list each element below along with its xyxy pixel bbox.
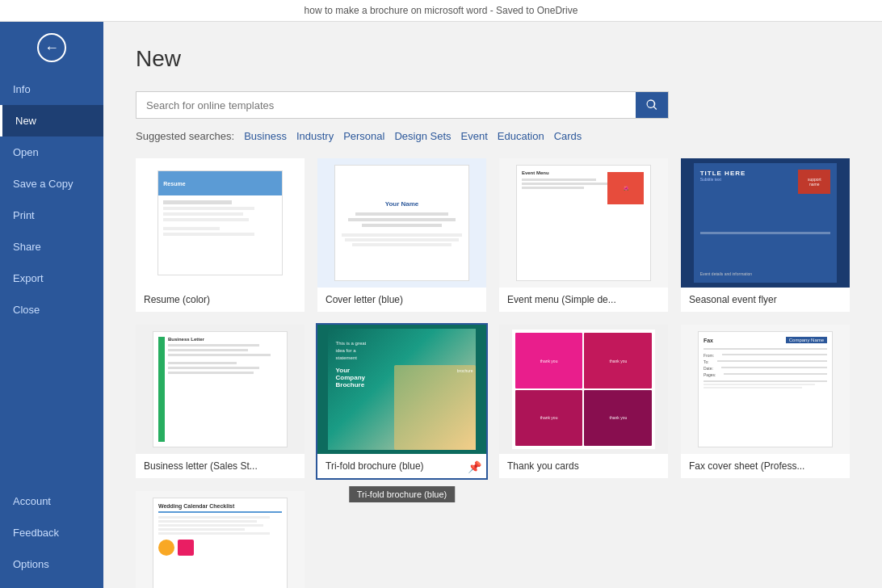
sidebar-item-close[interactable]: Close [0, 294, 103, 326]
tag-education[interactable]: Education [498, 130, 544, 142]
template-thumb-seasonal: TITLE HERE Subtitle text supportname Eve… [681, 158, 850, 288]
title-bar: how to make a brochure on microsoft word… [0, 0, 882, 22]
template-thumb-resume: Resume [136, 158, 304, 288]
sidebar-item-info[interactable]: Info [0, 74, 103, 105]
template-thumb-fax: Fax Company Name From: To: Date: Pages: [681, 325, 850, 454]
template-card-wedding-calendar[interactable]: Wedding Calendar Checklist [136, 491, 304, 588]
sidebar-item-print[interactable]: Print [0, 200, 103, 231]
tag-design-sets[interactable]: Design Sets [394, 130, 451, 142]
tag-business[interactable]: Business [244, 130, 287, 142]
template-thumb-cover: Your Name [317, 158, 486, 288]
template-label-biz-letter: Business letter (Sales St... [136, 454, 304, 478]
sidebar-item-new[interactable]: New [0, 105, 103, 136]
template-card-biz-letter[interactable]: Business Letter Business letter (Sales S… [136, 325, 304, 478]
back-button[interactable]: ← [0, 22, 103, 74]
template-card-trifold[interactable]: This is a greatidea for astatement YourC… [317, 325, 486, 478]
template-card-thankyou[interactable]: thank you thank you thank you thank you … [499, 325, 668, 478]
search-icon [645, 99, 658, 111]
sidebar: ← Info New Open Save a Copy Print Share … [0, 22, 103, 588]
template-label-event-menu: Event menu (Simple de... [499, 288, 668, 312]
template-thumb-thankyou: thank you thank you thank you thank you [499, 325, 668, 454]
page-title: New [136, 46, 850, 72]
template-card-seasonal-flyer[interactable]: TITLE HERE Subtitle text supportname Eve… [681, 158, 850, 312]
template-card-resume-color[interactable]: Resume Resume (colo [136, 158, 304, 312]
template-label-thankyou: Thank you cards [499, 454, 668, 478]
template-card-event-menu[interactable]: 🌺 Event Menu Event menu (Simple de... [499, 158, 668, 312]
suggested-label: Suggested searches: [136, 130, 234, 142]
document-title: how to make a brochure on microsoft word… [304, 5, 578, 16]
suggested-searches-row: Suggested searches: Business Industry Pe… [136, 130, 850, 142]
sidebar-item-share[interactable]: Share [0, 231, 103, 262]
template-card-fax-cover[interactable]: Fax Company Name From: To: Date: Pages: [681, 325, 850, 478]
template-label-cover-letter: Cover letter (blue) [317, 288, 486, 312]
content-area: New Suggested searches: Business Industr… [103, 22, 882, 588]
tag-personal[interactable]: Personal [343, 130, 384, 142]
template-card-cover-letter[interactable]: Your Name Cover letter (blue) [317, 158, 486, 312]
back-icon: ← [37, 33, 66, 62]
sidebar-item-feedback[interactable]: Feedback [0, 517, 103, 548]
sidebar-item-account[interactable]: Account [0, 485, 103, 517]
tag-event[interactable]: Event [461, 130, 488, 142]
template-label-seasonal-flyer: Seasonal event flyer [681, 288, 850, 312]
sidebar-item-open[interactable]: Open [0, 136, 103, 168]
sidebar-item-save-copy[interactable]: Save a Copy [0, 168, 103, 200]
template-thumb-trifold: This is a greatidea for astatement YourC… [317, 325, 486, 454]
template-thumb-wedding-calendar: Wedding Calendar Checklist [136, 491, 304, 588]
search-button[interactable] [636, 92, 668, 118]
template-label-fax-cover: Fax cover sheet (Profess... [681, 454, 850, 478]
pin-icon: 📌 [468, 460, 481, 473]
sidebar-item-options[interactable]: Options [0, 548, 103, 580]
tag-cards[interactable]: Cards [554, 130, 582, 142]
template-label-trifold: Tri-fold brochure (blue) [317, 454, 486, 478]
templates-grid: Resume Resume (colo [136, 158, 850, 588]
template-thumb-biz-letter: Business Letter [136, 325, 304, 454]
tooltip-trifold: Tri-fold brochure (blue) [349, 486, 455, 502]
sidebar-item-export[interactable]: Export [0, 262, 103, 294]
template-label-resume-color: Resume (color) [136, 288, 304, 312]
search-input[interactable] [136, 93, 636, 118]
tag-industry[interactable]: Industry [296, 130, 334, 142]
template-thumb-event-menu: 🌺 Event Menu [499, 158, 668, 288]
search-bar [136, 91, 669, 119]
